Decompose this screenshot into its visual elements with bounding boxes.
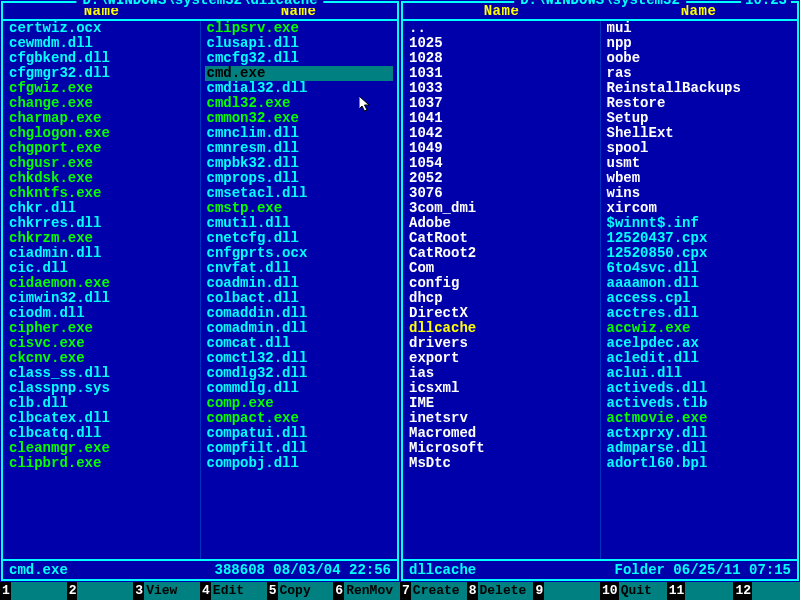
file-entry[interactable]: mui: [605, 21, 794, 36]
file-entry[interactable]: cmpbk32.dll: [205, 156, 394, 171]
file-entry[interactable]: charmap.exe: [7, 111, 196, 126]
file-entry[interactable]: chkrres.dll: [7, 216, 196, 231]
file-entry[interactable]: Restore: [605, 96, 794, 111]
fn-key-7[interactable]: 7Create: [400, 582, 467, 600]
fn-key-4[interactable]: 4Edit: [200, 582, 267, 600]
file-entry[interactable]: classpnp.sys: [7, 381, 196, 396]
file-entry[interactable]: 1037: [407, 96, 596, 111]
file-entry[interactable]: colbact.dll: [205, 291, 394, 306]
file-entry[interactable]: 1033: [407, 81, 596, 96]
file-entry[interactable]: 1025: [407, 36, 596, 51]
file-entry[interactable]: $winnt$.inf: [605, 216, 794, 231]
file-entry[interactable]: export: [407, 351, 596, 366]
file-entry[interactable]: ras: [605, 66, 794, 81]
file-entry[interactable]: 1028: [407, 51, 596, 66]
file-entry[interactable]: icsxml: [407, 381, 596, 396]
fn-key-8[interactable]: 8Delete: [467, 582, 534, 600]
file-entry[interactable]: ciodm.dll: [7, 306, 196, 321]
file-entry[interactable]: aaaamon.dll: [605, 276, 794, 291]
fn-key-3[interactable]: 3View: [133, 582, 200, 600]
file-entry[interactable]: acelpdec.ax: [605, 336, 794, 351]
file-entry[interactable]: dhcp: [407, 291, 596, 306]
file-entry[interactable]: clusapi.dll: [205, 36, 394, 51]
file-entry[interactable]: cnfgprts.ocx: [205, 246, 394, 261]
file-entry[interactable]: comaddin.dll: [205, 306, 394, 321]
file-entry[interactable]: chkr.dll: [7, 201, 196, 216]
file-entry[interactable]: wins: [605, 186, 794, 201]
file-entry[interactable]: Microsoft: [407, 441, 596, 456]
file-entry[interactable]: dllcache: [407, 321, 596, 336]
file-entry[interactable]: 3com_dmi: [407, 201, 596, 216]
file-entry[interactable]: cmnresm.dll: [205, 141, 394, 156]
file-entry[interactable]: Macromed: [407, 426, 596, 441]
file-entry[interactable]: chglogon.exe: [7, 126, 196, 141]
file-entry[interactable]: comcat.dll: [205, 336, 394, 351]
file-entry[interactable]: cmutil.dll: [205, 216, 394, 231]
file-entry[interactable]: accwiz.exe: [605, 321, 794, 336]
file-entry[interactable]: ReinstallBackups: [605, 81, 794, 96]
file-entry[interactable]: inetsrv: [407, 411, 596, 426]
fn-key-1[interactable]: 1: [0, 582, 67, 600]
file-entry[interactable]: DirectX: [407, 306, 596, 321]
file-entry[interactable]: 1041: [407, 111, 596, 126]
file-entry[interactable]: drivers: [407, 336, 596, 351]
file-entry[interactable]: npp: [605, 36, 794, 51]
file-entry[interactable]: compact.exe: [205, 411, 394, 426]
file-entry[interactable]: cleanmgr.exe: [7, 441, 196, 456]
file-entry[interactable]: Com: [407, 261, 596, 276]
file-entry[interactable]: chkrzm.exe: [7, 231, 196, 246]
file-entry[interactable]: cewmdm.dll: [7, 36, 196, 51]
file-entry[interactable]: 12520850.cpx: [605, 246, 794, 261]
file-entry[interactable]: cipher.exe: [7, 321, 196, 336]
file-entry[interactable]: Adobe: [407, 216, 596, 231]
file-entry[interactable]: access.cpl: [605, 291, 794, 306]
file-entry[interactable]: ciadmin.dll: [7, 246, 196, 261]
file-entry[interactable]: cfgmgr32.dll: [7, 66, 196, 81]
file-entry[interactable]: certwiz.ocx: [7, 21, 196, 36]
file-entry[interactable]: config: [407, 276, 596, 291]
file-entry[interactable]: cmdial32.dll: [205, 81, 394, 96]
file-entry[interactable]: 1042: [407, 126, 596, 141]
file-entry[interactable]: 1031: [407, 66, 596, 81]
file-entry[interactable]: ShellExt: [605, 126, 794, 141]
fn-key-6[interactable]: 6RenMov: [333, 582, 400, 600]
file-entry[interactable]: coadmin.dll: [205, 276, 394, 291]
file-entry[interactable]: activeds.tlb: [605, 396, 794, 411]
file-entry[interactable]: cimwin32.dll: [7, 291, 196, 306]
file-entry[interactable]: CatRoot2: [407, 246, 596, 261]
file-entry[interactable]: chkdsk.exe: [7, 171, 196, 186]
file-entry[interactable]: 1054: [407, 156, 596, 171]
file-entry[interactable]: cic.dll: [7, 261, 196, 276]
file-entry[interactable]: compobj.dll: [205, 456, 394, 471]
file-entry[interactable]: usmt: [605, 156, 794, 171]
file-entry[interactable]: cmsetacl.dll: [205, 186, 394, 201]
fn-key-12[interactable]: 12: [733, 582, 800, 600]
file-entry[interactable]: chgusr.exe: [7, 156, 196, 171]
file-entry[interactable]: cmprops.dll: [205, 171, 394, 186]
file-entry[interactable]: admparse.dll: [605, 441, 794, 456]
file-entry[interactable]: clbcatex.dll: [7, 411, 196, 426]
file-entry[interactable]: 3076: [407, 186, 596, 201]
file-entry[interactable]: xircom: [605, 201, 794, 216]
file-entry[interactable]: ias: [407, 366, 596, 381]
file-entry[interactable]: ..: [407, 21, 596, 36]
fn-key-9[interactable]: 9: [533, 582, 600, 600]
fn-key-2[interactable]: 2: [67, 582, 134, 600]
file-entry[interactable]: cmd.exe: [205, 66, 394, 81]
file-entry[interactable]: chkntfs.exe: [7, 186, 196, 201]
fn-key-11[interactable]: 11: [667, 582, 734, 600]
file-entry[interactable]: comdlg32.dll: [205, 366, 394, 381]
file-entry[interactable]: commdlg.dll: [205, 381, 394, 396]
file-entry[interactable]: CatRoot: [407, 231, 596, 246]
file-entry[interactable]: Setup: [605, 111, 794, 126]
file-entry[interactable]: cnetcfg.dll: [205, 231, 394, 246]
file-entry[interactable]: compfilt.dll: [205, 441, 394, 456]
left-panel[interactable]: D:\WINDOWS\system32\dllcache Name Name c…: [1, 1, 399, 581]
file-entry[interactable]: chgport.exe: [7, 141, 196, 156]
file-entry[interactable]: cmcfg32.dll: [205, 51, 394, 66]
file-entry[interactable]: 1049: [407, 141, 596, 156]
file-entry[interactable]: class_ss.dll: [7, 366, 196, 381]
file-entry[interactable]: 12520437.cpx: [605, 231, 794, 246]
file-entry[interactable]: cidaemon.exe: [7, 276, 196, 291]
file-entry[interactable]: oobe: [605, 51, 794, 66]
